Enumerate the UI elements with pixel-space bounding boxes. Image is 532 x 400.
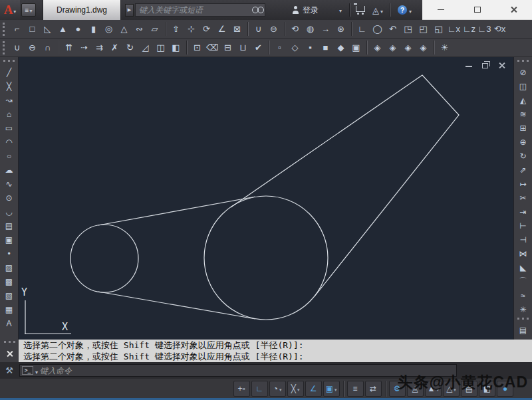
toolbar-grip[interactable]: [3, 60, 15, 63]
torus-icon[interactable]: ◎: [101, 21, 116, 37]
extend-icon[interactable]: ⇥: [515, 205, 531, 219]
delete-faces-icon[interactable]: ✗: [107, 40, 122, 55]
document-tab[interactable]: Drawing1.dwg: [43, 0, 121, 20]
extrude-faces-icon[interactable]: ⇈: [61, 40, 76, 55]
ucs-object-icon[interactable]: ◰: [416, 21, 431, 37]
small-circle[interactable]: [70, 225, 138, 292]
union-icon[interactable]: ∪: [9, 40, 25, 55]
steering-wheel-icon[interactable]: ⊛: [333, 21, 348, 37]
clean-icon[interactable]: ⌫: [205, 40, 220, 55]
search-icon[interactable]: [251, 6, 265, 14]
region-icon[interactable]: ▧: [1, 288, 17, 302]
rotate-faces-icon[interactable]: ↻: [122, 40, 138, 55]
properties-palette-icon[interactable]: ▤: [515, 323, 531, 337]
subtract-icon[interactable]: ⊖: [25, 40, 40, 55]
presspull-icon[interactable]: ⇧: [168, 21, 184, 37]
point-icon[interactable]: •: [1, 247, 17, 260]
array-icon[interactable]: ⊞: [515, 121, 531, 135]
3d-walk-icon[interactable]: →: [318, 21, 333, 37]
ucs-previous-icon[interactable]: ↶: [385, 21, 400, 37]
drawing-viewport[interactable]: YX: [19, 57, 513, 340]
chamfer-icon[interactable]: ◣: [515, 260, 531, 274]
erase-icon[interactable]: ⊘: [515, 65, 531, 79]
intersect-icon[interactable]: ∩: [40, 40, 55, 55]
ortho-mode-icon[interactable]: ∟: [251, 381, 268, 397]
drawing-minimize-icon[interactable]: [466, 66, 472, 67]
move-icon[interactable]: ⊕: [515, 135, 531, 149]
revision-cloud-icon[interactable]: ☁: [1, 163, 17, 177]
gradient-icon[interactable]: ▩: [1, 274, 17, 288]
helix-icon[interactable]: ∾: [132, 21, 147, 37]
separate-icon[interactable]: ⊟: [220, 40, 235, 55]
autodesk360-button[interactable]: [369, 5, 386, 15]
toolbar-grip[interactable]: [4, 341, 15, 344]
ucs-icon[interactable]: ∟: [354, 21, 370, 37]
spline-icon[interactable]: ∿: [1, 177, 17, 191]
customize-wrench-icon[interactable]: [3, 364, 16, 377]
store-cart-icon[interactable]: [356, 6, 365, 12]
3d-orbit-icon[interactable]: ⟲: [287, 21, 303, 37]
help-button[interactable]: [394, 4, 416, 16]
explode-icon[interactable]: ✳: [515, 302, 531, 316]
close-toolbar-icon[interactable]: [6, 350, 13, 357]
3d-move-icon[interactable]: ⊹: [184, 21, 199, 37]
command-input[interactable]: [40, 366, 454, 375]
vs-2d-wireframe-icon[interactable]: ▫: [272, 40, 287, 55]
sphere-icon[interactable]: ●: [70, 21, 86, 37]
insert-block-icon[interactable]: ▤: [1, 219, 17, 233]
chevron-down-icon[interactable]: [35, 365, 38, 377]
copy-faces-icon[interactable]: ◫: [153, 40, 168, 55]
fillet-icon[interactable]: ⌒: [515, 274, 531, 288]
rectangle-icon[interactable]: ▭: [1, 121, 17, 135]
hatch-icon[interactable]: ▨: [1, 260, 17, 274]
check-icon[interactable]: ✔: [251, 40, 266, 55]
imprint-icon[interactable]: ⊡: [190, 40, 205, 55]
offset-faces-icon[interactable]: ⇉: [92, 40, 107, 55]
free-orbit-icon[interactable]: ◍: [303, 21, 318, 37]
move-faces-icon[interactable]: ⇢: [76, 40, 92, 55]
line-icon[interactable]: ╱: [1, 65, 17, 79]
minimize-button[interactable]: [422, 0, 459, 19]
cone-icon[interactable]: ▲: [55, 21, 70, 37]
planar-surface-icon[interactable]: ▱: [147, 21, 162, 37]
break-icon[interactable]: ⊣: [515, 233, 531, 247]
ucs-x-icon[interactable]: ∟x: [446, 21, 462, 37]
login-button[interactable]: 登录: [288, 5, 346, 16]
close-button[interactable]: [495, 0, 532, 19]
drawing-close-icon[interactable]: [498, 62, 505, 68]
mirror-icon[interactable]: ◭: [515, 93, 531, 107]
command-prompt-icon[interactable]: [22, 366, 33, 375]
vs-conceptual-icon[interactable]: ◆: [333, 40, 348, 55]
polar-tracking-icon[interactable]: ∠: [305, 381, 322, 397]
arc-icon[interactable]: ◠: [1, 135, 17, 149]
drawing-canvas[interactable]: YX: [19, 57, 513, 340]
box-icon[interactable]: □: [25, 21, 40, 37]
rotate-icon[interactable]: ↻: [515, 149, 531, 163]
toolbar-grip[interactable]: [3, 23, 7, 36]
3d-array-icon[interactable]: ⊠: [229, 21, 245, 37]
3d-rotate-icon[interactable]: ⟳: [199, 21, 214, 37]
offset-icon[interactable]: ≋: [515, 107, 531, 121]
copy-icon[interactable]: ◫: [515, 79, 531, 93]
drawing-restore-icon[interactable]: [482, 63, 488, 68]
ucs-y-icon[interactable]: ∟z: [462, 21, 477, 37]
polyline-icon[interactable]: ↝: [1, 93, 17, 107]
search-expand-icon[interactable]: [125, 4, 134, 17]
toolbar-grip[interactable]: [3, 41, 7, 54]
snap-mode-icon[interactable]: +▫: [233, 381, 250, 397]
break-at-point-icon[interactable]: ⊢: [515, 219, 531, 233]
stretch-icon[interactable]: ↦: [515, 177, 531, 191]
large-circle[interactable]: [204, 196, 328, 320]
construction-line-icon[interactable]: ╳: [1, 79, 17, 93]
selection-cycling-icon[interactable]: ⇄: [365, 381, 382, 397]
ellipse-icon[interactable]: ⊙: [1, 191, 17, 205]
maximize-button[interactable]: [459, 0, 495, 19]
application-menu-button[interactable]: A: [0, 0, 20, 20]
object-snap-tracking-icon[interactable]: ╳: [287, 381, 304, 397]
search-input[interactable]: [136, 4, 251, 16]
ucs-world-icon[interactable]: ◯: [370, 21, 385, 37]
arm-outline[interactable]: [231, 75, 459, 296]
blend-curves-icon[interactable]: ≈: [515, 288, 531, 302]
table-icon[interactable]: ▦: [1, 302, 17, 316]
wedge-icon[interactable]: ◺: [40, 21, 55, 37]
